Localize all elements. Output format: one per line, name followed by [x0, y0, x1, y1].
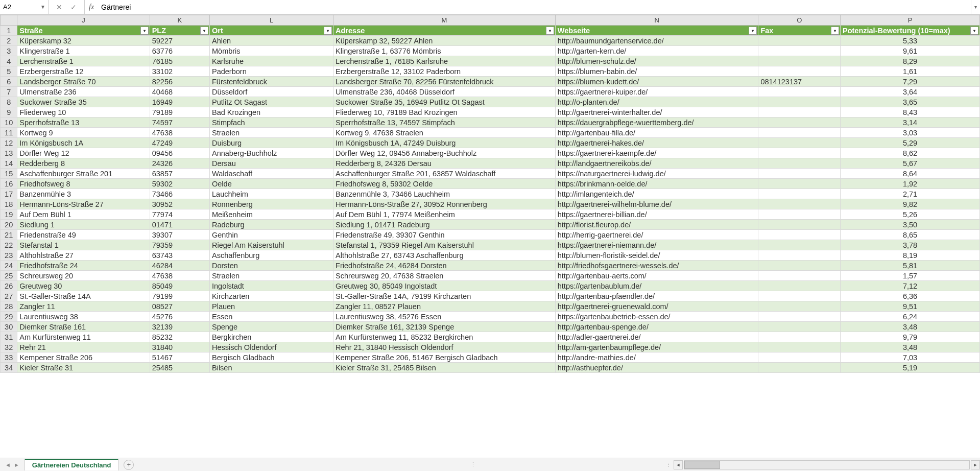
cell-N[interactable]: http://gartenbau-spenge.de/	[555, 322, 758, 332]
filter-icon[interactable]: ▾	[749, 27, 757, 35]
cell-N[interactable]: http://gartenbau-aerts.com/	[555, 271, 758, 281]
cell-P[interactable]: 1,61	[841, 66, 980, 77]
cell-J[interactable]: Hermann-Löns-Straße 27	[17, 199, 150, 209]
cell-L[interactable]: Oelde	[210, 179, 333, 189]
cell-M[interactable]: Im Königsbusch 1A, 47249 Duisburg	[333, 138, 556, 148]
cell-O[interactable]	[758, 220, 841, 230]
hscroll-split-handle-icon[interactable]: ⋮	[661, 462, 674, 467]
cell-P[interactable]: 2,71	[841, 189, 980, 199]
cell-J[interactable]: Friedenstraße 49	[17, 230, 150, 240]
cell-J[interactable]: Aschaffenburger Straße 201	[17, 169, 150, 179]
tab-prev-icon[interactable]: ◄	[5, 462, 11, 468]
cell-J[interactable]: Auf Dem Bühl 1	[17, 209, 150, 220]
cell-M[interactable]: Fliederweg 10, 79189 Bad Krozingen	[333, 107, 556, 117]
cell-K[interactable]: 01471	[150, 220, 209, 230]
sheet-tab-active[interactable]: Gärtnereien Deutschland	[25, 459, 119, 470]
cell-N[interactable]: http://gaertnerei-hakes.de/	[555, 138, 758, 148]
cell-K[interactable]: 33102	[150, 66, 209, 77]
select-all-corner[interactable]	[1, 15, 17, 26]
row-header[interactable]: 7	[1, 87, 17, 97]
cell-O[interactable]	[758, 352, 841, 363]
cell-O[interactable]	[758, 230, 841, 240]
cell-K[interactable]: 63776	[150, 46, 209, 56]
cell-O[interactable]	[758, 87, 841, 97]
cell-N[interactable]: http://gaertnerei-gruenewald.com/	[555, 301, 758, 312]
row-header[interactable]: 32	[1, 342, 17, 352]
cell-O[interactable]	[758, 66, 841, 77]
cell-L[interactable]: Bad Krozingen	[210, 107, 333, 117]
cell-P[interactable]: 1,57	[841, 271, 980, 281]
row-header[interactable]: 21	[1, 230, 17, 240]
cell-N[interactable]: https://gartenbaubetrieb-essen.de/	[555, 312, 758, 322]
cell-O[interactable]	[758, 250, 841, 261]
cell-P[interactable]: 3,48	[841, 322, 980, 332]
cell-J[interactable]: Siedlung 1	[17, 220, 150, 230]
filter-icon[interactable]: ▾	[970, 27, 978, 35]
cell-L[interactable]: Bilsen	[210, 363, 333, 373]
cell-L[interactable]: Karlsruhe	[210, 56, 333, 66]
cell-L[interactable]: Dorsten	[210, 261, 333, 271]
cell-K[interactable]: 39307	[150, 230, 209, 240]
cell-J[interactable]: Ulmenstraße 236	[17, 87, 150, 97]
cell-M[interactable]: Klingerstraße 1, 63776 Mömbris	[333, 46, 556, 56]
cell-N[interactable]: http://gartenbau-filla.de/	[555, 128, 758, 138]
cell-K[interactable]: 79189	[150, 107, 209, 117]
cell-J[interactable]: Am Kurfürstenweg 11	[17, 332, 150, 342]
cell-K[interactable]: 47638	[150, 128, 209, 138]
cell-N[interactable]: http://am-gartenbaumpflege.de/	[555, 342, 758, 352]
cell-M[interactable]: Suckower Straße 35, 16949 Putlitz Ot Sag…	[333, 97, 556, 107]
col-header-L[interactable]: L	[210, 15, 333, 26]
cell-M[interactable]: Friedhofstraße 24, 46284 Dorsten	[333, 261, 556, 271]
cell-K[interactable]: 85049	[150, 281, 209, 291]
cell-K[interactable]: 79199	[150, 291, 209, 301]
cell-O[interactable]	[758, 117, 841, 128]
cell-P[interactable]: 5,26	[841, 209, 980, 220]
cell-O[interactable]	[758, 56, 841, 66]
row-header[interactable]: 6	[1, 77, 17, 87]
cell-J[interactable]: Redderberg 8	[17, 158, 150, 169]
row-header[interactable]: 30	[1, 322, 17, 332]
cell-O[interactable]	[758, 138, 841, 148]
cell-L[interactable]: Ahlen	[210, 36, 333, 46]
cell-N[interactable]: http://baumundgartenservice.de/	[555, 36, 758, 46]
cell-K[interactable]: 25485	[150, 363, 209, 373]
row-header[interactable]: 20	[1, 220, 17, 230]
row-header[interactable]: 5	[1, 66, 17, 77]
cell-O[interactable]	[758, 322, 841, 332]
cell-J[interactable]: Schreursweg 20	[17, 271, 150, 281]
header-potenzial[interactable]: Potenzial-Bewertung (10=max)▾	[841, 26, 980, 36]
row-header[interactable]: 17	[1, 189, 17, 199]
cell-L[interactable]: Kirchzarten	[210, 291, 333, 301]
horizontal-scrollbar[interactable]: ◄ ►	[674, 460, 980, 469]
cell-N[interactable]: http://blumen-floristik-seidel.de/	[555, 250, 758, 261]
cell-K[interactable]: 63857	[150, 169, 209, 179]
row-header[interactable]: 24	[1, 261, 17, 271]
cell-P[interactable]: 8,64	[841, 169, 980, 179]
cell-N[interactable]: https://gaertnerei-niemann.de/	[555, 240, 758, 250]
row-header[interactable]: 1	[1, 26, 17, 36]
cell-L[interactable]: Genthin	[210, 230, 333, 240]
filter-icon[interactable]: ▾	[200, 27, 208, 35]
hscroll-thumb[interactable]	[684, 461, 720, 469]
cell-L[interactable]: Fürstenfeldbruck	[210, 77, 333, 87]
cell-P[interactable]: 6,36	[841, 291, 980, 301]
cell-P[interactable]: 5,67	[841, 158, 980, 169]
filter-icon[interactable]: ▾	[140, 27, 149, 35]
cell-J[interactable]: Küperskamp 32	[17, 36, 150, 46]
add-sheet-button[interactable]: +	[124, 460, 134, 470]
cell-J[interactable]: Fliederweg 10	[17, 107, 150, 117]
cell-M[interactable]: Am Kurfürstenweg 11, 85232 Bergkirchen	[333, 332, 556, 342]
cell-P[interactable]: 9,82	[841, 199, 980, 209]
cell-N[interactable]: https://blumen-babin.de/	[555, 66, 758, 77]
cell-L[interactable]: Bergisch Gladbach	[210, 352, 333, 363]
cell-J[interactable]: Kieler Straße 31	[17, 363, 150, 373]
cell-P[interactable]: 5,81	[841, 261, 980, 271]
row-header[interactable]: 15	[1, 169, 17, 179]
cell-L[interactable]: Straelen	[210, 271, 333, 281]
cell-K[interactable]: 40468	[150, 87, 209, 97]
row-header[interactable]: 29	[1, 312, 17, 322]
header-ort[interactable]: Ort▾	[210, 26, 333, 36]
cell-M[interactable]: Banzenmühle 3, 73466 Lauchheim	[333, 189, 556, 199]
cell-P[interactable]: 8,29	[841, 56, 980, 66]
cell-P[interactable]: 3,14	[841, 117, 980, 128]
